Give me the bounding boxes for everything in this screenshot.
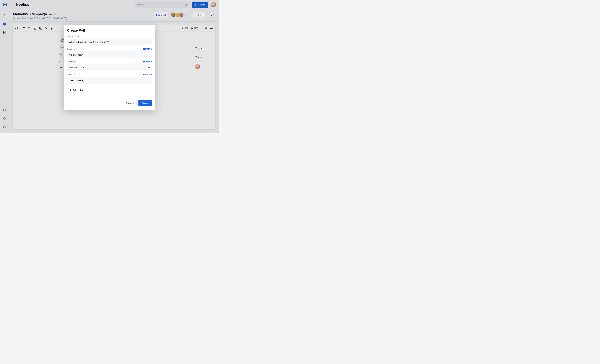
checkbox-icon[interactable] bbox=[33, 27, 37, 30]
current-user-avatar[interactable] bbox=[211, 2, 216, 7]
drag-handle-icon[interactable] bbox=[148, 79, 150, 82]
brand-mini-icon bbox=[154, 14, 157, 16]
create-poll-button[interactable]: Create bbox=[139, 100, 152, 106]
attach-icon[interactable] bbox=[50, 27, 53, 30]
poll-icon[interactable] bbox=[39, 27, 42, 30]
attendees: +4 bbox=[172, 12, 188, 18]
search-box[interactable] bbox=[134, 1, 189, 8]
attach-count-label: (10) bbox=[194, 27, 198, 29]
svg-rect-3 bbox=[3, 23, 6, 24]
tasks-count-label: (6) bbox=[185, 27, 188, 29]
drag-handle-icon[interactable] bbox=[148, 53, 150, 56]
svg-point-13 bbox=[195, 14, 196, 15]
right-values: 30 mins May 23 bbox=[195, 47, 203, 69]
svg-point-17 bbox=[28, 28, 29, 29]
svg-point-16 bbox=[28, 28, 29, 28]
close-icon[interactable] bbox=[149, 28, 152, 32]
decision-glyph-icon bbox=[59, 67, 62, 70]
text-icon[interactable] bbox=[22, 27, 25, 30]
join-call-button[interactable]: Join call bbox=[152, 12, 169, 18]
invite-icon bbox=[195, 14, 197, 16]
svg-point-0 bbox=[185, 4, 187, 5]
checkbox-icon bbox=[59, 61, 62, 64]
assignee-avatar[interactable] bbox=[195, 64, 200, 69]
page-subtitle: Sunday Feb 15, 01:00 PM - 02:00 PM (GMT+… bbox=[13, 17, 67, 19]
due-date-value: May 23 bbox=[195, 55, 202, 58]
briefcase-icon[interactable] bbox=[3, 14, 7, 18]
page-title: Marketing Campaign bbox=[13, 12, 47, 16]
list-icon[interactable] bbox=[28, 27, 31, 30]
create-poll-modal: Create Poll Your question Option 1 Remov… bbox=[64, 25, 155, 110]
invite-button[interactable]: Invite bbox=[192, 12, 206, 18]
add-label: Add: bbox=[15, 27, 20, 29]
cancel-button[interactable]: Cancel bbox=[123, 100, 137, 106]
join-call-label: Join call bbox=[158, 14, 166, 16]
svg-point-10 bbox=[4, 118, 5, 119]
title-block: Marketing Campaign ••• Sunday Feb 15, 01… bbox=[13, 12, 67, 19]
comments-button[interactable] bbox=[210, 12, 215, 18]
option-label: Option 1 bbox=[67, 48, 75, 50]
add-option-label: Add option bbox=[73, 89, 84, 91]
notes-icon[interactable] bbox=[204, 27, 207, 30]
svg-point-12 bbox=[4, 127, 5, 128]
remove-option-button[interactable]: Remove bbox=[143, 48, 152, 50]
create-button-label: Create bbox=[198, 3, 205, 6]
duration-value: 30 mins bbox=[195, 47, 203, 49]
radio-bullet-icon bbox=[59, 52, 62, 55]
page-header: Marketing Campaign ••• Sunday Feb 15, 01… bbox=[9, 9, 219, 22]
drag-handle-icon[interactable] bbox=[148, 66, 150, 69]
more-icon[interactable]: ••• bbox=[49, 13, 52, 16]
option-input[interactable] bbox=[67, 64, 152, 71]
decision-icon[interactable] bbox=[45, 27, 48, 30]
remove-option-button[interactable]: Remove bbox=[143, 73, 152, 76]
plus-icon bbox=[195, 4, 197, 6]
question-input[interactable] bbox=[67, 38, 152, 46]
checklist-icon[interactable] bbox=[3, 31, 7, 34]
help-icon[interactable] bbox=[3, 125, 7, 129]
plus-icon bbox=[69, 89, 72, 91]
create-button[interactable]: Create bbox=[192, 1, 208, 8]
svg-rect-1 bbox=[3, 15, 6, 17]
option-label: Option 2 bbox=[67, 61, 75, 63]
breadcrumb-chevron-icon bbox=[10, 3, 13, 6]
search-icon bbox=[185, 3, 187, 6]
brand-logo bbox=[3, 2, 7, 7]
option-label: Option 2 bbox=[67, 73, 75, 76]
settings-icon[interactable] bbox=[3, 117, 7, 120]
more-icon[interactable]: ••• bbox=[210, 27, 213, 30]
svg-point-20 bbox=[46, 27, 46, 27]
left-rail bbox=[0, 9, 9, 133]
attendees-more[interactable]: +4 bbox=[183, 12, 188, 18]
star-icon[interactable] bbox=[54, 13, 57, 16]
tasks-count[interactable]: (6) bbox=[181, 27, 188, 30]
option-input[interactable] bbox=[67, 51, 152, 58]
svg-point-5 bbox=[5, 22, 5, 23]
modal-title: Create Poll bbox=[67, 28, 152, 32]
svg-point-21 bbox=[47, 27, 47, 27]
question-label: Your question bbox=[67, 35, 152, 37]
option-input[interactable] bbox=[67, 77, 152, 84]
attach-count[interactable]: (10) bbox=[190, 27, 198, 30]
add-option-button[interactable]: Add option bbox=[67, 87, 86, 93]
search-input[interactable] bbox=[136, 3, 183, 6]
top-bar: Meetings Create bbox=[0, 0, 219, 9]
calendar-icon[interactable] bbox=[3, 22, 7, 26]
apps-icon[interactable] bbox=[3, 108, 7, 112]
svg-point-15 bbox=[28, 27, 29, 28]
svg-point-4 bbox=[4, 22, 4, 23]
svg-rect-6 bbox=[4, 24, 4, 25]
remove-option-button[interactable]: Remove bbox=[143, 60, 152, 63]
invite-label: Invite bbox=[198, 14, 204, 16]
breadcrumb[interactable]: Meetings bbox=[16, 3, 29, 6]
